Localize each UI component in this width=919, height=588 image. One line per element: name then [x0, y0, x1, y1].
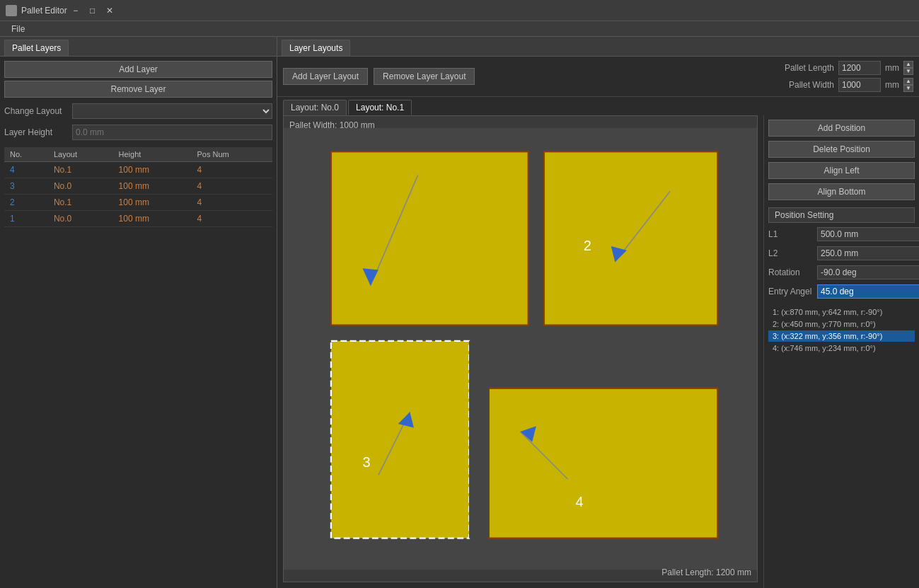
canvas-container: Pallet Width: 1000 mm 2 — [283, 115, 758, 582]
svg-rect-4 — [544, 151, 717, 325]
add-position-button[interactable]: Add Position — [768, 120, 915, 137]
right-toolbar: Add Layer Layout Remove Layer Layout Pal… — [277, 57, 919, 97]
svg-rect-16 — [469, 341, 489, 538]
change-layout-select[interactable] — [72, 103, 272, 119]
left-content: Add Layer Remove Layer Change Layout Lay… — [0, 57, 277, 231]
position-list: 1: (x:870 mm, y:642 mm, r:-90°)2: (x:450… — [768, 306, 915, 354]
delete-position-button[interactable]: Delete Position — [768, 141, 915, 158]
l1-row: L1 ▲ ▼ — [768, 227, 915, 241]
layer-height-input[interactable] — [72, 125, 272, 140]
pallet-settings: Pallet Length mm ▲ ▼ Pallet Width mm ▲ ▼ — [770, 61, 913, 92]
remove-layer-layout-button[interactable]: Remove Layer Layout — [374, 68, 475, 85]
table-row[interactable]: 4 No.1 100 mm 4 — [4, 162, 272, 178]
svg-text:3: 3 — [363, 454, 371, 470]
entry-angel-label: Entry Angel — [768, 287, 814, 296]
layout-tab-0[interactable]: Layout: No.0 — [283, 100, 347, 115]
pallet-width-up[interactable]: ▲ — [903, 78, 913, 85]
file-menu[interactable]: File — [4, 23, 32, 35]
pallet-width-row: Pallet Width mm ▲ ▼ — [770, 78, 913, 92]
right-side-panel: Add Position Delete Position Align Left … — [763, 115, 919, 588]
layer-table-body: 4 No.1 100 mm 4 3 No.0 100 mm 4 2 No.1 1… — [4, 162, 272, 227]
l2-label: L2 — [768, 248, 814, 258]
pallet-width-down[interactable]: ▼ — [903, 85, 913, 92]
cell-height: 100 mm — [113, 195, 192, 211]
cell-posnum: 4 — [191, 162, 272, 178]
pallet-width-input[interactable] — [838, 78, 881, 92]
cell-layout: No.0 — [48, 178, 113, 195]
cell-no: 4 — [4, 162, 48, 178]
table-header-row: No. Layout Height Pos Num — [4, 147, 272, 162]
col-height: Height — [113, 147, 192, 162]
app-icon — [6, 5, 17, 16]
canvas-svg[interactable]: 2 3 4 — [284, 116, 757, 582]
cell-no: 3 — [4, 178, 48, 195]
rotation-label: Rotation — [768, 267, 814, 277]
titlebar-title: Pallet Editor — [21, 6, 67, 16]
l2-input[interactable] — [817, 246, 919, 260]
entry-angel-input[interactable] — [817, 284, 919, 299]
cell-no: 1 — [4, 211, 48, 227]
table-row[interactable]: 1 No.0 100 mm 4 — [4, 211, 272, 227]
rotation-input[interactable] — [817, 265, 919, 279]
rotation-row: Rotation ▲ ▼ — [768, 265, 915, 279]
right-panel: Layer Layouts Add Layer Layout Remove La… — [277, 37, 919, 588]
pallet-length-down[interactable]: ▼ — [903, 68, 913, 75]
layer-layouts-tab[interactable]: Layer Layouts — [282, 40, 350, 56]
list-item[interactable]: 2: (x:450 mm, y:770 mm, r:0°) — [768, 318, 915, 330]
pallet-width-spinner[interactable]: ▲ ▼ — [903, 78, 913, 92]
change-layout-row: Change Layout — [4, 103, 272, 119]
pallet-width-unit: mm — [885, 80, 899, 90]
cell-layout: No.0 — [48, 211, 113, 227]
entry-angel-row: Entry Angel ▲ ▼ — [768, 284, 915, 299]
canvas-area: Pallet Width: 1000 mm 2 — [277, 115, 919, 588]
layer-table: No. Layout Height Pos Num 4 No.1 100 mm … — [4, 147, 272, 227]
col-posnum: Pos Num — [191, 147, 272, 162]
pallet-length-spinner[interactable]: ▲ ▼ — [903, 61, 913, 75]
cell-layout: No.1 — [48, 162, 113, 178]
maximize-button[interactable]: □ — [84, 4, 101, 18]
l1-label: L1 — [768, 229, 814, 239]
pallet-length-label: Pallet Length — [770, 63, 834, 73]
pallet-layers-tab[interactable]: Pallet Layers — [4, 40, 69, 56]
col-no: No. — [4, 147, 48, 162]
svg-text:2: 2 — [584, 238, 591, 253]
cell-height: 100 mm — [113, 178, 192, 195]
cell-layout: No.1 — [48, 195, 113, 211]
pallet-length-up[interactable]: ▲ — [903, 61, 913, 68]
layout-tab-1[interactable]: Layout: No.1 — [348, 100, 412, 115]
table-row[interactable]: 2 No.1 100 mm 4 — [4, 195, 272, 211]
list-item[interactable]: 3: (x:322 mm, y:356 mm, r:-90°) — [768, 330, 915, 342]
svg-rect-12 — [489, 388, 717, 538]
titlebar: Pallet Editor − □ ✕ — [0, 0, 919, 21]
cell-posnum: 4 — [191, 178, 272, 195]
pallet-length-row: Pallet Length mm ▲ ▼ — [770, 61, 913, 75]
cell-posnum: 4 — [191, 195, 272, 211]
right-tab-strip: Layer Layouts — [277, 37, 919, 57]
svg-text:4: 4 — [576, 494, 584, 509]
pallet-width-label: Pallet Width — [770, 80, 834, 90]
main-layout: Pallet Layers Add Layer Remove Layer Cha… — [0, 37, 919, 588]
change-layout-label: Change Layout — [4, 106, 68, 116]
table-row[interactable]: 3 No.0 100 mm 4 — [4, 178, 272, 195]
cell-no: 2 — [4, 195, 48, 211]
layout-tabs: Layout: No.0 Layout: No.1 — [277, 97, 919, 115]
align-left-button[interactable]: Align Left — [768, 162, 915, 179]
canvas-length-label: Pallet Length: 1200 mm — [661, 567, 751, 577]
add-layer-button[interactable]: Add Layer — [4, 61, 272, 78]
align-bottom-button[interactable]: Align Bottom — [768, 183, 915, 200]
layer-height-label: Layer Height — [4, 127, 68, 137]
close-button[interactable]: ✕ — [101, 4, 118, 18]
minimize-button[interactable]: − — [67, 4, 84, 18]
left-panel: Pallet Layers Add Layer Remove Layer Cha… — [0, 37, 277, 588]
pallet-length-input[interactable] — [838, 61, 881, 75]
cell-posnum: 4 — [191, 211, 272, 227]
list-item[interactable]: 4: (x:746 mm, y:234 mm, r:0°) — [768, 342, 915, 354]
menubar: File — [0, 21, 919, 37]
left-tab-strip: Pallet Layers — [0, 37, 277, 57]
cell-height: 100 mm — [113, 211, 192, 227]
add-layer-layout-button[interactable]: Add Layer Layout — [283, 68, 368, 85]
l1-input[interactable] — [817, 227, 919, 241]
position-setting-label: Position Setting — [768, 207, 915, 223]
list-item[interactable]: 1: (x:870 mm, y:642 mm, r:-90°) — [768, 306, 915, 318]
remove-layer-button[interactable]: Remove Layer — [4, 81, 272, 98]
